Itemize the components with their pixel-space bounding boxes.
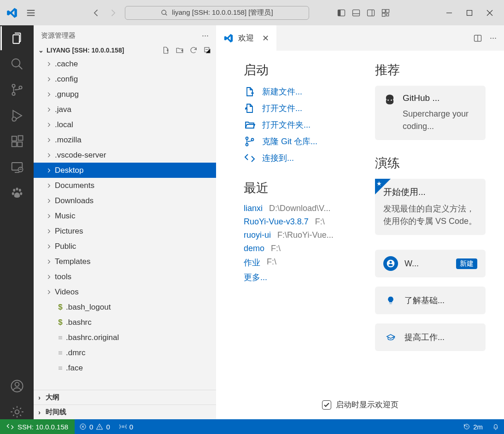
recent-more[interactable]: 更多... [244, 272, 366, 283]
activitybar-account[interactable] [10, 379, 24, 393]
tree-item[interactable]: .vscode-server [34, 147, 216, 163]
layout-sidebar-right-icon[interactable] [366, 8, 375, 18]
timeline-section[interactable]: ›时间线 [34, 405, 216, 419]
svg-rect-3 [353, 10, 360, 16]
tree-item[interactable]: .cache [34, 56, 216, 71]
tree-item[interactable]: Downloads [34, 193, 216, 208]
tree-item[interactable]: Templates [34, 254, 216, 269]
svg-point-31 [246, 137, 248, 140]
card-github-copilot[interactable]: GitHub ... Supercharge your coding... [375, 86, 486, 140]
layout-customize-icon[interactable] [381, 8, 390, 18]
recent-item[interactable]: RuoYi-Vue-v3.8.7 [244, 217, 309, 227]
card-title: 开始使用... [383, 186, 477, 198]
activitybar-scm[interactable] [10, 82, 24, 97]
tree-item[interactable]: Pictures [34, 223, 216, 239]
activitybar-debug[interactable] [10, 108, 24, 123]
chevron-right-icon [46, 91, 55, 98]
window-minimize[interactable] [446, 10, 452, 16]
tree-item[interactable]: Documents [34, 178, 216, 193]
nav-back[interactable] [92, 8, 101, 18]
chevron-right-icon [46, 61, 55, 67]
start-item[interactable]: 新建文件... [244, 86, 366, 98]
recent-item[interactable]: 作业 [244, 257, 260, 268]
tree-item-label: .vscode-server [55, 151, 106, 160]
status-remote[interactable]: SSH: 10.0.0.158 [0, 419, 75, 434]
activitybar-settings[interactable] [10, 405, 24, 419]
recent-item[interactable]: demo [244, 244, 264, 253]
layout-panel-icon[interactable] [352, 8, 361, 18]
start-item[interactable]: 连接到... [244, 152, 366, 164]
shell-file-icon: $ [55, 318, 66, 327]
command-center[interactable]: liyang [SSH: 10.0.0.158] [管理员] [125, 6, 309, 20]
status-ports[interactable]: 0 [115, 423, 138, 431]
tree-item[interactable]: Music [34, 208, 216, 223]
tree-item[interactable]: $.bashrc [34, 315, 216, 330]
chevron-right-icon [46, 198, 55, 204]
activitybar-explorer[interactable] [10, 31, 24, 46]
outline-section[interactable]: ›大纲 [34, 390, 216, 405]
window-close[interactable] [486, 10, 493, 16]
tree-item[interactable]: .java [34, 102, 216, 117]
tree-item[interactable]: .dmrc [34, 345, 216, 360]
split-editor-icon[interactable] [473, 34, 482, 43]
svg-point-10 [12, 59, 20, 67]
tree-item[interactable]: .config [34, 71, 216, 87]
tree-item[interactable]: Desktop [34, 163, 216, 178]
tree-item[interactable]: .face [34, 360, 216, 375]
window-maximize[interactable] [466, 10, 473, 16]
nav-forward[interactable] [108, 8, 117, 18]
tree-item[interactable]: Videos [34, 284, 216, 299]
walkthrough-featured[interactable]: 开始使用... 发现最佳的自定义方法，使用你的专属 VS Code。 [375, 179, 486, 235]
tree-item[interactable]: .gnupg [34, 87, 216, 102]
activitybar-remote[interactable] [10, 160, 24, 175]
collapse-all-icon[interactable] [203, 46, 211, 54]
start-item[interactable]: 打开文件夹... [244, 119, 366, 131]
tree-item[interactable]: .bashrc.original [34, 330, 216, 345]
new-folder-icon[interactable] [176, 46, 184, 54]
activitybar-baidu[interactable] [10, 186, 24, 200]
tree-item[interactable]: .local [34, 117, 216, 132]
svg-point-21 [13, 189, 15, 192]
recent-path: F:\ [271, 244, 281, 253]
refresh-icon[interactable] [189, 46, 198, 54]
walkthrough-item[interactable]: 了解基础... [375, 287, 486, 314]
explorer-root[interactable]: ⌄ LIYANG [SSH: 10.0.0.158] [34, 44, 216, 56]
status-problems[interactable]: 0 0 [75, 423, 115, 431]
recent-item[interactable]: lianxi [244, 204, 263, 213]
activitybar-search[interactable] [10, 57, 24, 71]
tree-item-label: .java [55, 105, 71, 114]
svg-rect-8 [387, 13, 389, 16]
svg-rect-15 [12, 136, 16, 141]
show-welcome-checkbox[interactable] [322, 400, 331, 410]
svg-point-23 [18, 189, 21, 192]
tab-welcome[interactable]: 欢迎 ✕ [216, 25, 276, 51]
more-actions-icon[interactable]: ··· [490, 33, 497, 43]
tree-item-label: .cache [55, 59, 78, 69]
walkthrough-item[interactable]: 提高工作... [375, 323, 486, 351]
card-title: GitHub ... [403, 93, 477, 103]
file-icon [55, 364, 66, 372]
tree-item[interactable]: $.bash_logout [34, 299, 216, 315]
remote-icon [6, 423, 14, 430]
status-time[interactable]: 2m [458, 423, 487, 431]
layout-sidebar-left-icon[interactable] [337, 8, 346, 18]
tree-item[interactable]: Public [34, 239, 216, 254]
new-file-icon[interactable] [162, 46, 170, 54]
close-icon[interactable]: ✕ [262, 33, 269, 43]
tree-item[interactable]: tools [34, 269, 216, 284]
walkthrough-item[interactable]: W...新建 [375, 250, 486, 277]
chevron-right-icon [46, 243, 55, 250]
file-tree[interactable]: .cache.config.gnupg.java.local.mozilla.v… [34, 56, 216, 390]
tree-item-label: Desktop [55, 166, 83, 175]
start-item[interactable]: 克隆 Git 仓库... [244, 135, 366, 147]
explorer-more-icon[interactable]: ··· [202, 31, 209, 41]
start-item[interactable]: 打开文件... [244, 102, 366, 114]
status-bell[interactable] [487, 423, 504, 431]
menu-icon[interactable] [26, 8, 36, 18]
start-item-label: 克隆 Git 仓库... [262, 136, 317, 147]
chevron-right-icon [46, 76, 55, 82]
activitybar-extensions[interactable] [10, 134, 24, 149]
tree-item[interactable]: .mozilla [34, 132, 216, 147]
walkthrough-heading: 演练 [375, 155, 486, 171]
recent-item[interactable]: ruoyi-ui [244, 230, 271, 240]
